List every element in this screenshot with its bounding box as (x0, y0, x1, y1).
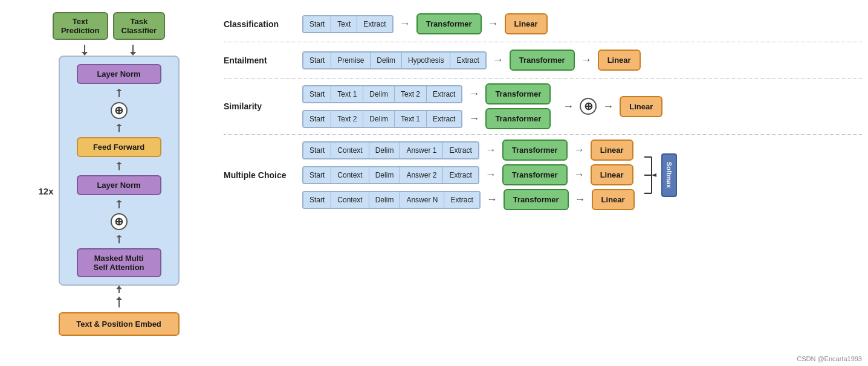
similarity-sequences: Start Text 1 Delim Text 2 Extract → Tran… (302, 83, 551, 129)
mc-transformer3: Transformer (504, 189, 569, 210)
arrow-right-icon: → (468, 112, 479, 125)
softmax-box: Softmax (661, 153, 677, 197)
classification-sequence: Start Text Extract (302, 15, 394, 33)
arrow-right-icon: → (563, 100, 574, 113)
arrow-right-icon: → (603, 100, 614, 113)
entailment-label: Entailment (224, 56, 296, 65)
seq-cell: Text 2 (395, 86, 427, 102)
seq-cell: Delim (369, 167, 401, 183)
mc-transformer2: Transformer (502, 164, 568, 185)
seq-cell: Hypothesis (402, 53, 450, 68)
seq-cell: Start (303, 53, 331, 68)
arrow-ln-bot (113, 200, 125, 208)
arrow-right-icon: → (574, 169, 585, 181)
seq-cell: Extract (357, 16, 392, 32)
arrow-right-icon: → (485, 144, 496, 156)
arrow-right-icon: → (581, 54, 592, 66)
seq-cell: Text 2 (331, 111, 363, 127)
entailment-row: Entailment Start Premise Delim Hypothesi… (224, 42, 862, 79)
seq-cell: Premise (331, 53, 371, 68)
svg-marker-22 (652, 173, 656, 177)
similarity-row: Similarity Start Text 1 Delim Text 2 Ext… (224, 79, 862, 135)
seq-cell: Delim (363, 111, 395, 127)
mc-seq1: Start Context Delim Answer 1 Extract (302, 141, 479, 159)
mc-row3: Start Context Delim Answer N Extract → T… (302, 189, 635, 210)
arrow-right-icon: → (574, 144, 585, 156)
mc-sequences: Start Context Delim Answer 1 Extract → T… (302, 140, 635, 210)
embed-box: Text & Position Embed (59, 312, 180, 336)
arrow-attn (113, 235, 125, 243)
seq-cell: Context (331, 167, 369, 183)
mc-seq3: Start Context Delim Answer N Extract (302, 191, 481, 209)
sim-plus-circle: ⊕ (580, 98, 597, 115)
twelve-x-label: 12x (38, 185, 53, 196)
arrow-to-block (48, 45, 169, 56)
seq-cell: Text (331, 16, 357, 32)
arrow-to-embed (113, 286, 125, 297)
transformer-section: 12x Layer Norm ⊕ (38, 56, 179, 336)
svg-marker-17 (116, 297, 122, 300)
seq-cell: Context (331, 192, 369, 208)
sim-linear: Linear (620, 96, 662, 117)
text-prediction-box: Text Prediction (53, 12, 108, 40)
seq-cell: Delim (369, 192, 401, 208)
layer-norm-bottom: Layer Norm (77, 175, 161, 195)
seq-cell: Start (303, 86, 331, 102)
mc-linear1: Linear (591, 140, 633, 161)
svg-marker-7 (116, 124, 122, 126)
plus-circle-bottom: ⊕ (111, 213, 128, 230)
mc-seq2: Start Context Delim Answer 2 Extract (302, 166, 479, 184)
arrow-right-icon: → (468, 88, 479, 100)
classification-row: Classification Start Text Extract → Tran… (224, 6, 862, 42)
seq-cell: Start (303, 167, 331, 183)
sim-row1: Start Text 1 Delim Text 2 Extract → Tran… (302, 83, 551, 104)
mc-transformer1: Transformer (502, 140, 568, 161)
mc-softmax-area: Softmax (643, 151, 677, 199)
seq-cell: Text 1 (395, 111, 427, 127)
svg-marker-13 (116, 235, 122, 237)
arrow-right-icon: → (400, 18, 410, 30)
seq-cell: Delim (369, 143, 401, 158)
arrow-right-icon: → (485, 169, 496, 181)
seq-cell: Answer 2 (400, 167, 443, 183)
seq-cell: Extract (427, 86, 461, 102)
seq-cell: Extract (450, 53, 485, 68)
arrow-right-icon: → (487, 193, 497, 206)
svg-marker-5 (116, 89, 122, 91)
classification-linear: Linear (505, 13, 548, 34)
svg-marker-15 (116, 286, 122, 289)
feed-forward-box: Feed Forward (77, 137, 161, 157)
seq-cell: Start (303, 192, 331, 208)
seq-cell: Answer N (400, 192, 444, 208)
arrow-right-icon: → (575, 193, 586, 206)
mc-bracket-svg (643, 151, 661, 199)
plus-circle-top: ⊕ (111, 102, 128, 119)
sim-row2: Start Text 2 Delim Text 1 Extract → Tran… (302, 108, 551, 129)
transformer-block: Layer Norm ⊕ Feed Forward (59, 56, 180, 286)
task-classifier-box: Task Classifier (113, 12, 166, 40)
entailment-sequence: Start Premise Delim Hypothesis Extract (302, 51, 487, 69)
left-panel: Text Prediction Task Classifier 12x Laye… (6, 6, 212, 336)
sim-seq2: Start Text 2 Delim Text 1 Extract (302, 110, 462, 128)
entailment-linear: Linear (598, 50, 641, 71)
classification-transformer: Transformer (416, 13, 482, 34)
seq-cell: Answer 1 (400, 143, 443, 158)
similarity-label: Similarity (224, 101, 296, 111)
top-boxes: Text Prediction Task Classifier (53, 12, 165, 40)
arrow-up-embed (113, 297, 125, 307)
arrow-ff (113, 124, 125, 132)
sim-transformer1: Transformer (485, 83, 551, 104)
seq-cell: Extract (443, 167, 478, 183)
arrow-right-icon: → (493, 54, 504, 66)
mc-linear2: Linear (591, 164, 633, 185)
seq-cell: Delim (371, 53, 402, 68)
seq-cell: Extract (443, 143, 478, 158)
svg-marker-9 (116, 162, 122, 164)
main-container: Text Prediction Task Classifier 12x Laye… (0, 0, 868, 366)
seq-cell: Start (303, 16, 331, 32)
multiple-choice-row: Multiple Choice Start Context Delim Answ… (224, 135, 862, 215)
seq-cell: Context (331, 143, 369, 158)
seq-cell: Delim (363, 86, 395, 102)
sim-merge: → ⊕ → Linear (560, 96, 662, 117)
arrow-ln-top (113, 89, 125, 97)
